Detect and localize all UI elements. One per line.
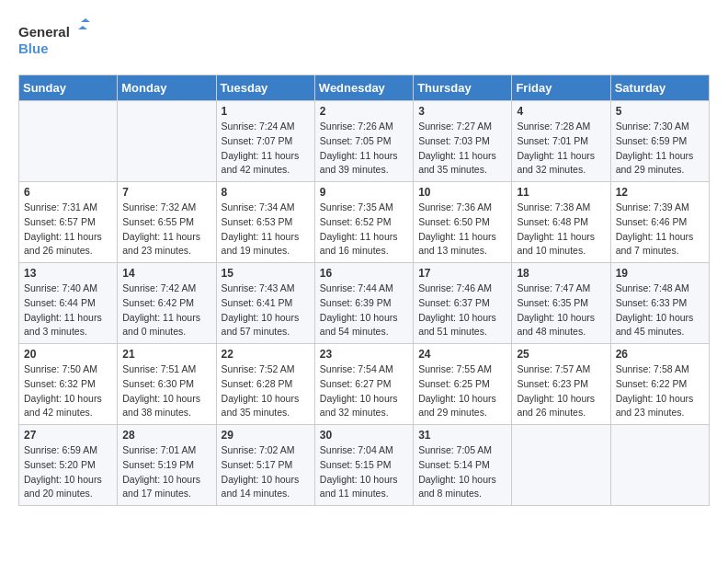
calendar-cell: 4Sunrise: 7:28 AMSunset: 7:01 PMDaylight… [512,101,610,182]
day-info: Sunrise: 7:02 AMSunset: 5:17 PMDaylight:… [222,443,310,501]
logo: General Blue [18,18,92,60]
day-number: 11 [517,186,605,199]
day-number: 15 [222,267,310,280]
calendar-cell: 2Sunrise: 7:26 AMSunset: 7:05 PMDaylight… [314,101,413,182]
day-info: Sunrise: 7:39 AMSunset: 6:46 PMDaylight:… [616,201,704,259]
calendar-cell: 18Sunrise: 7:47 AMSunset: 6:35 PMDayligh… [512,263,610,344]
calendar-week-3: 13Sunrise: 7:40 AMSunset: 6:44 PMDayligh… [19,263,710,344]
weekday-header-monday: Monday [118,75,216,101]
day-number: 16 [320,267,408,280]
day-number: 6 [24,186,112,199]
day-info: Sunrise: 7:26 AMSunset: 7:05 PMDaylight:… [320,120,408,178]
calendar-table: SundayMondayTuesdayWednesdayThursdayFrid… [18,75,710,506]
weekday-header-saturday: Saturday [610,75,709,101]
calendar-cell: 9Sunrise: 7:35 AMSunset: 6:52 PMDaylight… [314,182,413,263]
day-number: 18 [517,267,605,280]
calendar-cell [19,101,118,182]
calendar-cell: 15Sunrise: 7:43 AMSunset: 6:41 PMDayligh… [216,263,314,344]
svg-text:General: General [18,24,70,40]
page-header: General Blue [18,18,710,60]
calendar-week-2: 6Sunrise: 7:31 AMSunset: 6:57 PMDaylight… [19,182,710,263]
day-info: Sunrise: 7:46 AMSunset: 6:37 PMDaylight:… [418,282,506,339]
day-number: 4 [517,105,605,118]
day-info: Sunrise: 7:51 AMSunset: 6:30 PMDaylight:… [122,362,210,420]
calendar-cell: 30Sunrise: 7:04 AMSunset: 5:15 PMDayligh… [314,425,413,506]
calendar-cell: 23Sunrise: 7:54 AMSunset: 6:27 PMDayligh… [314,344,413,425]
weekday-header-tuesday: Tuesday [216,75,314,101]
day-info: Sunrise: 7:24 AMSunset: 7:07 PMDaylight:… [222,120,310,178]
weekday-header-thursday: Thursday [414,75,512,101]
day-number: 12 [616,186,704,199]
day-info: Sunrise: 7:28 AMSunset: 7:01 PMDaylight:… [517,120,605,178]
calendar-week-4: 20Sunrise: 7:50 AMSunset: 6:32 PMDayligh… [19,344,710,425]
day-info: Sunrise: 6:59 AMSunset: 5:20 PMDaylight:… [24,443,112,501]
day-number: 25 [517,348,605,361]
day-info: Sunrise: 7:44 AMSunset: 6:39 PMDaylight:… [320,282,408,339]
day-number: 5 [616,105,704,118]
svg-marker-2 [81,18,90,22]
calendar-cell: 31Sunrise: 7:05 AMSunset: 5:14 PMDayligh… [414,425,512,506]
day-info: Sunrise: 7:48 AMSunset: 6:33 PMDaylight:… [616,282,704,339]
day-number: 20 [24,348,112,361]
day-info: Sunrise: 7:50 AMSunset: 6:32 PMDaylight:… [24,362,112,420]
day-info: Sunrise: 7:57 AMSunset: 6:23 PMDaylight:… [517,362,605,420]
day-info: Sunrise: 7:52 AMSunset: 6:28 PMDaylight:… [222,362,310,420]
day-info: Sunrise: 7:36 AMSunset: 6:50 PMDaylight:… [418,201,506,259]
weekday-header-sunday: Sunday [19,75,118,101]
day-number: 22 [222,348,310,361]
calendar-cell: 10Sunrise: 7:36 AMSunset: 6:50 PMDayligh… [414,182,512,263]
calendar-cell: 7Sunrise: 7:32 AMSunset: 6:55 PMDaylight… [118,182,216,263]
calendar-cell: 29Sunrise: 7:02 AMSunset: 5:17 PMDayligh… [216,425,314,506]
day-info: Sunrise: 7:35 AMSunset: 6:52 PMDaylight:… [320,201,408,259]
day-number: 9 [320,186,408,199]
day-number: 14 [122,267,210,280]
logo-svg: General Blue [18,18,92,60]
day-info: Sunrise: 7:30 AMSunset: 6:59 PMDaylight:… [616,120,704,178]
calendar-cell: 19Sunrise: 7:48 AMSunset: 6:33 PMDayligh… [610,263,709,344]
calendar-cell [118,101,216,182]
day-number: 8 [222,186,310,199]
calendar-cell [610,425,709,506]
day-number: 26 [616,348,704,361]
day-number: 27 [24,429,112,442]
calendar-cell: 28Sunrise: 7:01 AMSunset: 5:19 PMDayligh… [118,425,216,506]
day-number: 21 [122,348,210,361]
calendar-cell: 13Sunrise: 7:40 AMSunset: 6:44 PMDayligh… [19,263,118,344]
day-number: 7 [122,186,210,199]
calendar-week-1: 1Sunrise: 7:24 AMSunset: 7:07 PMDaylight… [19,101,710,182]
calendar-cell: 11Sunrise: 7:38 AMSunset: 6:48 PMDayligh… [512,182,610,263]
weekday-header-friday: Friday [512,75,610,101]
day-info: Sunrise: 7:04 AMSunset: 5:15 PMDaylight:… [320,443,408,501]
calendar-cell: 14Sunrise: 7:42 AMSunset: 6:42 PMDayligh… [118,263,216,344]
day-info: Sunrise: 7:32 AMSunset: 6:55 PMDaylight:… [122,201,210,259]
day-number: 3 [418,105,506,118]
calendar-cell: 16Sunrise: 7:44 AMSunset: 6:39 PMDayligh… [314,263,413,344]
svg-marker-3 [78,26,87,29]
calendar-cell: 22Sunrise: 7:52 AMSunset: 6:28 PMDayligh… [216,344,314,425]
day-info: Sunrise: 7:43 AMSunset: 6:41 PMDaylight:… [222,282,310,339]
day-info: Sunrise: 7:54 AMSunset: 6:27 PMDaylight:… [320,362,408,420]
day-info: Sunrise: 7:42 AMSunset: 6:42 PMDaylight:… [122,282,210,339]
day-info: Sunrise: 7:38 AMSunset: 6:48 PMDaylight:… [517,201,605,259]
day-number: 19 [616,267,704,280]
calendar-cell: 8Sunrise: 7:34 AMSunset: 6:53 PMDaylight… [216,182,314,263]
calendar-cell: 1Sunrise: 7:24 AMSunset: 7:07 PMDaylight… [216,101,314,182]
calendar-cell: 17Sunrise: 7:46 AMSunset: 6:37 PMDayligh… [414,263,512,344]
calendar-cell: 26Sunrise: 7:58 AMSunset: 6:22 PMDayligh… [610,344,709,425]
day-info: Sunrise: 7:40 AMSunset: 6:44 PMDaylight:… [24,282,112,339]
calendar-cell [512,425,610,506]
day-number: 10 [418,186,506,199]
day-number: 29 [222,429,310,442]
day-info: Sunrise: 7:58 AMSunset: 6:22 PMDaylight:… [616,362,704,420]
calendar-cell: 6Sunrise: 7:31 AMSunset: 6:57 PMDaylight… [19,182,118,263]
svg-text:Blue: Blue [18,40,49,56]
calendar-cell: 5Sunrise: 7:30 AMSunset: 6:59 PMDaylight… [610,101,709,182]
day-number: 17 [418,267,506,280]
day-info: Sunrise: 7:34 AMSunset: 6:53 PMDaylight:… [222,201,310,259]
day-number: 2 [320,105,408,118]
day-info: Sunrise: 7:05 AMSunset: 5:14 PMDaylight:… [418,443,506,501]
day-number: 31 [418,429,506,442]
day-number: 13 [24,267,112,280]
day-number: 23 [320,348,408,361]
calendar-cell: 12Sunrise: 7:39 AMSunset: 6:46 PMDayligh… [610,182,709,263]
